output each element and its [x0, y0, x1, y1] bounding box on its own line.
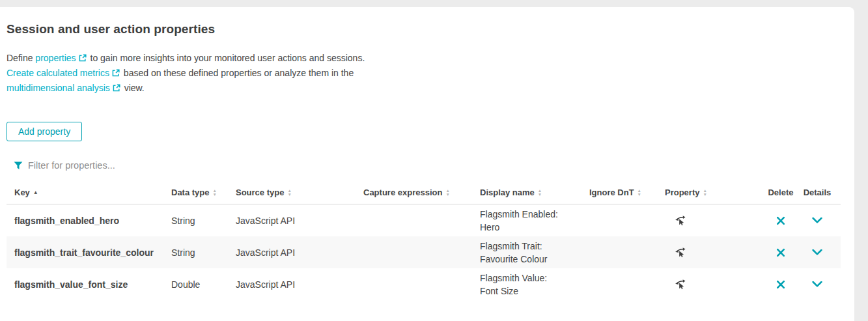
- delete-button[interactable]: [775, 215, 787, 227]
- intro-text-segment: view.: [122, 83, 145, 93]
- cell-key-text: flagsmith_trait_favourite_colour: [14, 247, 154, 258]
- cell-data-type-text: Double: [171, 279, 200, 290]
- column-header-details: Details: [794, 188, 841, 197]
- cell-details: [794, 204, 841, 236]
- intro-text: Define properties to gain more insights …: [7, 51, 854, 96]
- cell-key-text: flagsmith_value_font_size: [14, 279, 128, 290]
- table-row: flagsmith_enabled_heroStringJavaScript A…: [7, 204, 841, 236]
- column-header-property[interactable]: Property▲▼: [665, 188, 768, 197]
- column-header-label: Delete: [768, 188, 793, 197]
- column-header-label: Property: [665, 188, 699, 197]
- link-label: Create calculated metrics: [7, 68, 109, 78]
- cell-display-name: Flagsmith Trait:Favourite Colour: [480, 236, 589, 268]
- x-icon: [776, 248, 785, 257]
- cell-data-type-text: String: [171, 247, 195, 258]
- details-expand-button[interactable]: [811, 248, 824, 257]
- cell-ignore-dnt: [589, 204, 665, 236]
- display-name-line: Flagsmith Trait:: [480, 240, 542, 253]
- external-link-icon: [79, 51, 87, 66]
- cell-source-type-text: JavaScript API: [236, 247, 295, 258]
- cell-display-name: Flagsmith Enabled:Hero: [480, 204, 589, 236]
- cell-source-type: JavaScript API: [236, 268, 363, 300]
- cell-key-text: flagsmith_enabled_hero: [14, 216, 119, 226]
- column-header-source-type[interactable]: Source type▲▼: [236, 188, 363, 197]
- display-name-line: Flagsmith Value:: [480, 272, 547, 285]
- sort-icon: ▲▼: [538, 189, 542, 196]
- column-header-label: Source type: [236, 188, 284, 197]
- funnel-icon: [14, 161, 23, 170]
- column-header-delete: Delete: [768, 188, 794, 197]
- display-name-line: Favourite Colour: [480, 253, 548, 266]
- display-name-line: Font Size: [480, 285, 518, 298]
- cell-data-type: String: [171, 236, 236, 268]
- intro-text-segment: Define: [7, 53, 35, 63]
- multidimensional-analysis-link[interactable]: multidimensional analysis: [7, 83, 122, 93]
- content-card: Session and user action properties Defin…: [0, 7, 854, 321]
- page-background: { "page": { "title": "Session and user a…: [0, 0, 868, 321]
- sort-icon: ▲▼: [445, 189, 449, 196]
- chevron-down-icon: [812, 249, 822, 255]
- cell-capture-expression: [363, 204, 480, 236]
- cell-key: flagsmith_value_font_size: [7, 268, 171, 300]
- link-label: properties: [35, 53, 76, 63]
- external-link-icon: [112, 66, 120, 81]
- x-icon: [776, 280, 785, 289]
- x-icon: [776, 216, 785, 225]
- external-link-icon: [113, 81, 120, 96]
- display-name-line: Hero: [480, 221, 499, 234]
- column-header-label: Ignore DnT: [589, 188, 634, 197]
- column-header-ignore-dnt[interactable]: Ignore DnT▲▼: [589, 188, 665, 197]
- sort-icon: ▲▼: [703, 189, 707, 196]
- table-row: flagsmith_value_font_sizeDoubleJavaScrip…: [7, 268, 841, 300]
- sort-icon: ▲▼: [213, 189, 217, 196]
- details-expand-button[interactable]: [811, 280, 824, 288]
- add-property-button[interactable]: Add property: [7, 122, 82, 141]
- column-header-label: Key: [14, 188, 30, 197]
- properties-table: Key▲Data type▲▼Source type▲▼Capture expr…: [7, 188, 841, 300]
- cell-property: [665, 268, 768, 300]
- cell-data-type-text: String: [171, 216, 195, 226]
- link-label: multidimensional analysis: [7, 83, 110, 93]
- user-action-icon: [674, 247, 686, 258]
- cell-ignore-dnt: [589, 236, 665, 268]
- details-expand-button[interactable]: [811, 216, 824, 225]
- cell-key: flagsmith_trait_favourite_colour: [7, 236, 171, 268]
- properties-link[interactable]: properties: [35, 53, 87, 63]
- sort-icon: ▲▼: [287, 189, 291, 196]
- cell-delete: [768, 204, 794, 236]
- cell-data-type: String: [171, 204, 236, 236]
- cell-display-name: Flagsmith Value:Font Size: [480, 268, 589, 300]
- column-header-display-name[interactable]: Display name▲▼: [480, 188, 589, 197]
- user-action-icon: [674, 215, 686, 226]
- column-header-label: Data type: [171, 188, 210, 197]
- cell-capture-expression: [363, 268, 480, 300]
- cell-delete: [768, 268, 794, 300]
- cell-source-type: JavaScript API: [236, 236, 363, 268]
- column-header-key[interactable]: Key▲: [7, 188, 171, 197]
- column-header-label: Details: [804, 188, 832, 197]
- delete-button[interactable]: [775, 279, 787, 290]
- user-action-icon: [674, 279, 686, 290]
- cell-property: [665, 236, 768, 268]
- cell-source-type-text: JavaScript API: [236, 216, 295, 226]
- cell-capture-expression: [363, 236, 480, 268]
- cell-details: [794, 268, 841, 300]
- display-name-line: Flagsmith Enabled:: [480, 208, 558, 221]
- sort-icon: ▲▼: [637, 189, 641, 196]
- filter-input[interactable]: [28, 160, 249, 171]
- intro-text-segment: based on these defined properties or ana…: [121, 68, 354, 78]
- cell-ignore-dnt: [589, 268, 665, 300]
- cell-details: [794, 236, 841, 268]
- sort-ascending-icon: ▲: [33, 189, 38, 195]
- create-calculated-metrics-link[interactable]: Create calculated metrics: [7, 68, 121, 78]
- column-header-label: Display name: [480, 188, 535, 197]
- intro-text-segment: to gain more insights into your monitore…: [88, 53, 365, 63]
- delete-button[interactable]: [775, 247, 787, 258]
- cell-source-type: JavaScript API: [236, 204, 363, 236]
- cell-key: flagsmith_enabled_hero: [7, 204, 171, 236]
- cell-property: [665, 204, 768, 236]
- table-header-row: Key▲Data type▲▼Source type▲▼Capture expr…: [7, 188, 841, 204]
- column-header-capture-expression[interactable]: Capture expression▲▼: [363, 188, 480, 197]
- table-body: flagsmith_enabled_heroStringJavaScript A…: [7, 204, 841, 300]
- column-header-data-type[interactable]: Data type▲▼: [171, 188, 236, 197]
